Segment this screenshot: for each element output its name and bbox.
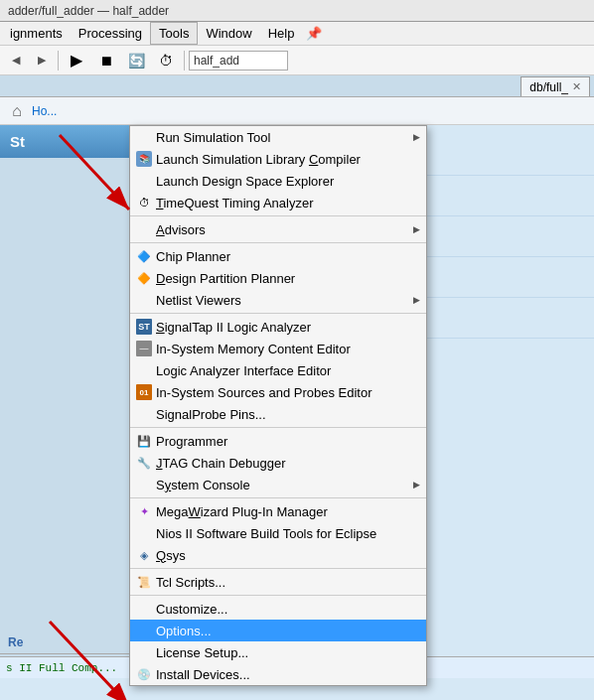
tcl-scripts-icon: 📜 [136, 574, 152, 590]
menu-in-system-sources[interactable]: 01 In-System Sources and Probes Editor [130, 381, 426, 403]
design-partition-icon: 🔶 [136, 270, 152, 286]
title-bar-text: adder/full_adder — half_adder [8, 4, 169, 18]
signaltap-text: SignalTap II Logic Analyzer [156, 320, 420, 335]
browser-bar: ⌂ Ho... [0, 97, 594, 125]
menu-item-processing[interactable]: Processing [71, 22, 150, 45]
qsys-icon: ◈ [136, 547, 152, 563]
install-devices-icon: 💿 [136, 666, 152, 682]
dropdown-sep-2 [130, 242, 426, 243]
menu-item-ignments[interactable]: ignments [2, 22, 71, 45]
menu-design-partition[interactable]: 🔶 Design Partition Planner [130, 267, 426, 289]
signalprobe-text: SignalProbe Pins... [156, 407, 420, 422]
menu-signaltap[interactable]: ST SignalTap II Logic Analyzer [130, 316, 426, 338]
menu-megawizard[interactable]: ✦ MegaWizard Plug-In Manager [130, 500, 426, 522]
netlist-icon [136, 292, 152, 308]
home-button[interactable]: ⌂ [6, 100, 28, 122]
menu-netlist-viewers[interactable]: Netlist Viewers ▶ [130, 289, 426, 311]
system-console-text: System Console [156, 478, 409, 492]
menu-launch-sim-lib[interactable]: 📚 Launch Simulation Library Compiler [130, 148, 426, 170]
dropdown-sep-3 [130, 313, 426, 314]
menu-tcl-scripts[interactable]: 📜 Tcl Scripts... [130, 571, 426, 593]
customize-text: Customize... [156, 602, 420, 617]
toolbar-icon-2[interactable]: ⏹ [92, 48, 120, 73]
options-text: Options... [156, 624, 420, 638]
menu-jtag[interactable]: 🔧 JTAG Chain Debugger [130, 452, 426, 474]
menu-item-window[interactable]: Window [198, 22, 259, 45]
menu-item-help[interactable]: Help [260, 22, 303, 45]
pin-icon: 📌 [306, 26, 322, 41]
megawizard-icon: ✦ [136, 503, 152, 519]
launch-design-icon [136, 173, 152, 189]
timequest-icon: ⏱ [136, 195, 152, 210]
dropdown-sep-5 [130, 497, 426, 498]
menu-qsys[interactable]: ◈ Qsys [130, 544, 426, 566]
launch-sim-lib-icon: 📚 [136, 151, 152, 167]
run-simulation-icon [136, 129, 152, 145]
logic-analyzer-text: Logic Analyzer Interface Editor [156, 363, 420, 378]
left-panel: St Re 🔍 <<Search>> [0, 125, 144, 678]
signalprobe-icon [136, 406, 152, 422]
dropdown-sep-4 [130, 427, 426, 428]
in-system-sources-icon: 01 [136, 384, 152, 400]
menu-license-setup[interactable]: License Setup... [130, 641, 426, 663]
menu-logic-analyzer[interactable]: Logic Analyzer Interface Editor [130, 359, 426, 381]
left-panel-bottom-text: Re [0, 631, 143, 653]
advisors-text: Advisors [156, 222, 409, 237]
netlist-text: Netlist Viewers [156, 293, 409, 308]
left-panel-title: St [0, 125, 143, 158]
tab-db-full[interactable]: db/full_ ✕ [520, 76, 590, 96]
nios2-text: Nios II Software Build Tools for Eclipse [156, 526, 420, 541]
address-bar: half_add [189, 51, 288, 70]
jtag-icon: 🔧 [136, 455, 152, 471]
in-system-memory-text: In-System Memory Content Editor [156, 342, 420, 356]
tcl-scripts-text: Tcl Scripts... [156, 575, 420, 590]
launch-sim-lib-text: Launch Simulation Library Compiler [156, 152, 420, 167]
chip-planner-text: Chip Planner [156, 249, 420, 264]
main-content: St Re 🔍 <<Search>> 📘 Documentation 🎓 Tra… [0, 125, 594, 678]
in-system-sources-text: In-System Sources and Probes Editor [156, 385, 420, 400]
options-icon [136, 623, 152, 638]
menu-system-console[interactable]: System Console ▶ [130, 474, 426, 495]
menu-install-devices[interactable]: 💿 Install Devices... [130, 663, 426, 685]
system-console-icon [136, 477, 152, 492]
menu-nios2[interactable]: Nios II Software Build Tools for Eclipse [130, 522, 426, 544]
programmer-text: Programmer [156, 434, 420, 449]
design-partition-text: Design Partition Planner [156, 271, 420, 286]
menu-in-system-memory[interactable]: — In-System Memory Content Editor [130, 338, 426, 359]
dropdown-sep-6 [130, 568, 426, 569]
tab-close-icon[interactable]: ✕ [572, 80, 581, 93]
toolbar-icon-1[interactable]: ▶ [63, 48, 90, 73]
run-simulation-text: Run Simulation Tool [156, 130, 409, 145]
left-panel-content [0, 158, 143, 631]
jtag-text: JTAG Chain Debugger [156, 456, 420, 471]
launch-design-text: Launch Design Space Explorer [156, 174, 420, 189]
menu-advisors[interactable]: Advisors ▶ [130, 218, 426, 240]
menu-launch-design-space[interactable]: Launch Design Space Explorer [130, 170, 426, 192]
breadcrumb-home[interactable]: Ho... [32, 104, 57, 118]
menu-chip-planner[interactable]: 🔷 Chip Planner [130, 245, 426, 267]
dropdown-sep-7 [130, 595, 426, 596]
menu-options[interactable]: Options... [130, 620, 426, 641]
back-button[interactable]: ◀ [4, 49, 28, 72]
toolbar-icon-4[interactable]: ⏱ [152, 48, 180, 73]
logic-analyzer-icon [136, 362, 152, 378]
programmer-icon: 💾 [136, 433, 152, 449]
menu-programmer[interactable]: 💾 Programmer [130, 430, 426, 452]
menu-timequest[interactable]: ⏱ TimeQuest Timing Analyzer [130, 192, 426, 213]
forward-button[interactable]: ▶ [30, 49, 54, 72]
tab-bar: db/full_ ✕ [0, 75, 594, 97]
menu-item-tools[interactable]: Tools [150, 22, 198, 45]
menu-customize[interactable]: Customize... [130, 598, 426, 620]
license-setup-icon [136, 644, 152, 660]
nios2-icon [136, 525, 152, 541]
signaltap-icon: ST [136, 319, 152, 335]
advisors-arrow: ▶ [413, 224, 420, 234]
toolbar-icon-3[interactable]: 🔄 [122, 48, 150, 73]
dropdown-sep-1 [130, 215, 426, 216]
menu-bar: ignments Processing Tools Window Help 📌 [0, 22, 594, 46]
customize-icon [136, 601, 152, 617]
megawizard-text: MegaWizard Plug-In Manager [156, 504, 420, 519]
install-devices-text: Install Devices... [156, 667, 420, 682]
menu-run-simulation[interactable]: Run Simulation Tool ▶ [130, 126, 426, 148]
menu-signalprobe[interactable]: SignalProbe Pins... [130, 403, 426, 425]
